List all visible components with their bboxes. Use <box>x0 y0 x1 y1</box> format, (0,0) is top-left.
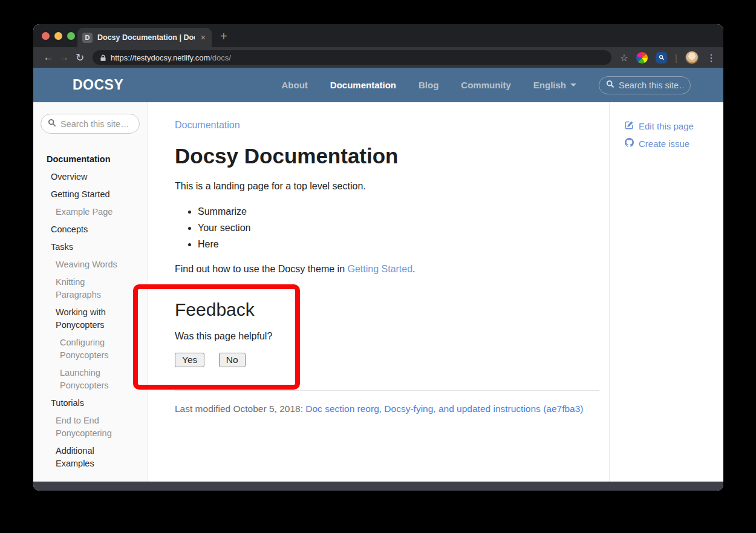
language-label: English <box>533 80 566 90</box>
last-modified: Last modified October 5, 2018: Doc secti… <box>175 404 599 414</box>
right-sidebar: Edit this page Create issue <box>609 102 723 482</box>
sidebar-nav-item[interactable]: Knitting Paragraphs <box>41 276 122 301</box>
navbar-links: About Documentation Blog Community <box>282 80 511 90</box>
edit-page-label: Edit this page <box>639 117 694 135</box>
site-footer-strip <box>33 482 723 491</box>
sidebar-nav-item[interactable]: Working with Ponycopters <box>41 306 106 332</box>
list-item: Your section <box>198 220 599 236</box>
sidebar-nav-item[interactable]: Launching Ponycopters <box>41 367 122 392</box>
sidebar-nav-item[interactable]: Tutorials <box>41 397 122 410</box>
breadcrumb[interactable]: Documentation <box>175 120 240 131</box>
tab-strip: D Docsy Documentation | Docsy × + <box>33 24 723 47</box>
sidebar-search[interactable] <box>41 114 140 134</box>
navbar-search-input[interactable] <box>619 80 683 90</box>
reload-icon[interactable]: ↻ <box>72 51 88 64</box>
footer-divider <box>175 390 599 391</box>
sidebar-nav-tree: Documentation Overview Getting Started E… <box>41 153 148 470</box>
sidebar-nav-item[interactable]: Tasks <box>41 241 122 253</box>
sidebar-nav-item[interactable]: Documentation <box>41 153 122 166</box>
findout-period: . <box>412 264 415 274</box>
feedback-heading: Feedback <box>175 298 599 321</box>
site-logo[interactable]: DOCSY <box>73 77 123 93</box>
url-path-part: /docs/ <box>210 53 231 62</box>
navbar-search[interactable] <box>599 76 691 94</box>
browser-toolbar: ← → ↻ https://testydocsy.netlify.com/doc… <box>33 47 723 68</box>
navbar-link[interactable]: Blog <box>419 80 438 90</box>
create-issue-label: Create issue <box>639 135 689 152</box>
language-dropdown[interactable]: English <box>533 80 576 90</box>
close-window-button[interactable] <box>42 32 50 40</box>
tab-title: Docsy Documentation | Docsy <box>97 33 195 42</box>
sidebar-search-input[interactable] <box>60 119 132 129</box>
list-item: Summarize <box>198 203 599 220</box>
search-icon <box>606 80 614 91</box>
getting-started-link[interactable]: Getting Started <box>347 264 412 274</box>
feedback-yes-button[interactable]: Yes <box>175 353 204 367</box>
toolbar-right-cluster: ☆ | ⋮ <box>620 51 716 64</box>
url-text: https://testydocsy.netlify.com/docs/ <box>111 53 231 62</box>
profile-avatar[interactable] <box>685 51 699 64</box>
search-icon <box>48 119 56 129</box>
page-body: Documentation Overview Getting Started E… <box>33 102 723 482</box>
summary-list: SummarizeYour sectionHere <box>198 203 599 252</box>
edit-page-link[interactable]: Edit this page <box>625 117 723 135</box>
sidebar-nav-item[interactable]: Getting Started <box>41 188 122 201</box>
browser-tab[interactable]: D Docsy Documentation | Docsy × <box>77 28 212 47</box>
feedback-no-button[interactable]: No <box>219 353 246 367</box>
chevron-down-icon <box>570 83 576 87</box>
sidebar-nav-item[interactable]: Concepts <box>41 223 122 236</box>
navbar-link[interactable]: About <box>282 80 308 90</box>
feedback-buttons: Yes No <box>175 353 599 367</box>
minimize-window-button[interactable] <box>54 32 62 40</box>
feedback-question: Was this page helpful? <box>175 330 599 343</box>
lock-icon <box>100 54 106 62</box>
sidebar-nav-item[interactable]: Weaving Words <box>41 258 122 271</box>
findout-paragraph: Find out how to use the Docsy theme in G… <box>175 262 599 276</box>
page-title: Docsy Documentation <box>175 143 599 169</box>
maximize-window-button[interactable] <box>67 32 75 40</box>
sidebar-nav-item[interactable]: Overview <box>41 171 122 183</box>
forward-icon[interactable]: → <box>56 51 72 64</box>
navbar-link[interactable]: Documentation <box>330 80 396 90</box>
sidebar-nav-item[interactable]: Additional Examples <box>41 445 122 470</box>
left-sidebar: Documentation Overview Getting Started E… <box>33 102 148 482</box>
edit-icon <box>625 117 634 135</box>
navbar-link[interactable]: Community <box>461 80 511 90</box>
new-tab-button[interactable]: + <box>220 30 227 47</box>
back-icon[interactable]: ← <box>41 51 56 64</box>
feedback-section: Feedback Was this page helpful? Yes No <box>175 298 599 367</box>
site-navbar: DOCSY About Documentation Blog Community… <box>33 68 723 102</box>
create-issue-link[interactable]: Create issue <box>625 135 723 152</box>
last-modified-text: Last modified October 5, 2018: <box>175 404 305 414</box>
sidebar-nav-item[interactable]: Example Page <box>41 206 122 218</box>
findout-text: Find out how to use the Docsy theme in <box>175 264 347 274</box>
sidebar-nav-item[interactable]: End to End Ponycoptering <box>41 414 122 440</box>
sidebar-nav-item[interactable]: Configuring Ponycopters <box>41 336 122 362</box>
main-content: Documentation Docsy Documentation This i… <box>148 102 609 482</box>
traffic-lights <box>42 32 75 40</box>
chrome-menu-icon[interactable]: ⋮ <box>706 52 716 64</box>
address-bar[interactable]: https://testydocsy.netlify.com/docs/ <box>93 50 611 65</box>
toolbar-separator: | <box>675 53 677 63</box>
commit-link[interactable]: Doc section reorg, Docsy-fying, and upda… <box>305 404 583 414</box>
browser-window: D Docsy Documentation | Docsy × + ← → ↻ … <box>33 24 723 491</box>
tab-favicon: D <box>82 33 93 43</box>
intro-paragraph: This is a landing page for a top level s… <box>175 179 599 194</box>
github-icon <box>625 135 634 152</box>
url-secure-part: https://testydocsy.netlify.com <box>111 53 210 62</box>
extension-color-icon[interactable] <box>636 52 648 64</box>
extension-search-icon[interactable] <box>656 52 667 64</box>
list-item: Here <box>198 236 599 252</box>
bookmark-star-icon[interactable]: ☆ <box>620 52 628 64</box>
tab-close-icon[interactable]: × <box>200 33 207 42</box>
